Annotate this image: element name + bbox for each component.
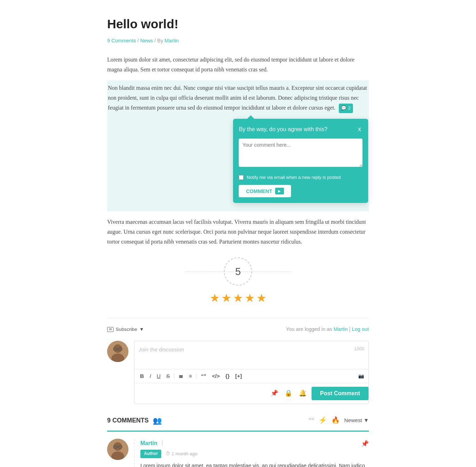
rating-stars: ★ ★ ★ ★ ★ — [210, 289, 267, 307]
post-title: Hello world! — [107, 14, 369, 34]
popup-comment-textarea[interactable] — [239, 139, 362, 167]
comments-count-area: 9 COMMENTS 👥 — [107, 415, 162, 426]
star-2[interactable]: ★ — [221, 289, 232, 307]
sort-dropdown[interactable]: Newest ▼ — [344, 416, 369, 425]
mute-button[interactable]: 🔔̸ — [297, 388, 308, 398]
comment-editor-box: Join the discussion 1000 B I U S ≣ ≡ “” … — [134, 341, 369, 404]
post-body: Lorem ipsum dolor sit amet, consectetur … — [107, 55, 369, 247]
comment-meta-row: Author ⏱ 1 month ago — [140, 450, 369, 458]
flame-sort-icon[interactable]: 🔥 — [331, 415, 340, 426]
subscribe-bar: ✉ Subscribe ▼ You are logged in as Marti… — [107, 325, 369, 333]
popup-comment-btn-label: COMMENT — [246, 188, 272, 194]
extra-button[interactable]: [+] — [234, 372, 243, 380]
rss-icon[interactable]: ⏐ — [161, 439, 163, 447]
rating-circle: 5 — [224, 257, 252, 286]
comment-text: Lorem ipsum dolor sit amet, ea tantas mo… — [140, 462, 369, 467]
underline-button[interactable]: U — [155, 372, 162, 380]
popup-notify-label: Notify me via email when a new reply is … — [246, 174, 341, 181]
star-4[interactable]: ★ — [245, 289, 255, 307]
strikethrough-button[interactable]: S — [165, 372, 171, 380]
comment-author-name: Martin — [140, 439, 157, 448]
lock-button[interactable]: 🔒 — [283, 388, 294, 398]
comment-time-text: 1 month ago — [172, 450, 197, 457]
blockquote-button[interactable]: “” — [199, 372, 208, 380]
post-meta: 9 Comments / News / By Martin — [107, 37, 369, 45]
popup-question: By the way, do you agree with this? — [239, 124, 327, 134]
logged-in-text: You are logged in as Martin | Log out — [286, 325, 369, 333]
bold-button[interactable]: B — [139, 372, 145, 380]
popup-comment-btn-arrow: ► — [275, 188, 284, 194]
comment-form-area: ✉ Subscribe ▼ You are logged in as Marti… — [107, 318, 369, 404]
logged-in-sep: | — [349, 326, 352, 332]
rating-score: 5 — [235, 263, 241, 280]
comments-count-label: 9 COMMENTS — [107, 415, 149, 425]
avatar-image — [107, 341, 128, 362]
star-3[interactable]: ★ — [233, 289, 243, 307]
highlighted-paragraph: Non blandit massa enim nec dui. Nunc con… — [107, 80, 369, 211]
editor-placeholder: Join the discussion — [139, 345, 184, 354]
popup-header: By the way, do you agree with this? x — [239, 124, 362, 134]
popup-comment-button[interactable]: COMMENT ► — [239, 185, 291, 197]
comments-sort-area: ““ ⚡ 🔥 Newest ▼ — [308, 415, 369, 426]
quote-sort-icon[interactable]: ““ — [308, 415, 314, 426]
paragraph-1: Lorem ipsum dolor sit amet, consectetur … — [107, 55, 369, 75]
comments-link[interactable]: 9 Comments — [107, 38, 136, 43]
comment-time: ⏱ 1 month ago — [166, 450, 197, 457]
post-comment-button[interactable]: Post Comment — [312, 387, 368, 400]
community-icon: 👥 — [153, 415, 162, 426]
toolbar-separator-1 — [174, 373, 174, 379]
chat-icon: 💬 — [341, 104, 347, 112]
commenter-avatar-svg — [107, 439, 128, 460]
sort-label: Newest — [344, 416, 362, 425]
code-button[interactable]: </> — [210, 372, 221, 380]
popup-notify-checkbox[interactable] — [239, 175, 244, 180]
logout-link[interactable]: Log out — [352, 326, 369, 332]
subscribe-label: Subscribe — [116, 327, 137, 332]
pin-button[interactable]: 📌 — [269, 388, 280, 398]
meta-sep2: / By — [153, 38, 165, 43]
editor-content-area[interactable]: Join the discussion 1000 — [134, 341, 368, 369]
paragraph-3: Viverra maecenas accumsan lacus vel faci… — [107, 217, 369, 247]
sort-dropdown-arrow: ▼ — [364, 416, 369, 425]
bubble-count: 2 — [348, 104, 350, 112]
clock-icon: ⏱ — [166, 450, 170, 457]
svg-point-7 — [114, 442, 122, 451]
star-5[interactable]: ★ — [256, 289, 267, 307]
rating-section: 5 ★ ★ ★ ★ ★ — [107, 257, 369, 307]
author-link[interactable]: Martin — [164, 38, 179, 43]
comments-section: 9 COMMENTS 👥 ““ ⚡ 🔥 Newest ▼ — [107, 415, 369, 467]
user-avatar — [107, 341, 128, 362]
popup-notify-row: Notify me via email when a new reply is … — [239, 174, 362, 181]
lightning-sort-icon[interactable]: ⚡ — [319, 415, 327, 426]
highlighted-text-content: Non blandit massa enim nec dui. Nunc con… — [108, 85, 367, 111]
toolbar-separator-2 — [196, 373, 197, 379]
comment-body: Martin ⏐ Author ⏱ 1 month ago Lorem ipsu… — [134, 439, 369, 467]
star-1[interactable]: ★ — [210, 289, 220, 307]
avatar-svg — [107, 341, 128, 362]
meta-sep1: / — [136, 38, 140, 43]
mail-icon: ✉ — [107, 327, 114, 332]
comment-item: Martin ⏐ Author ⏱ 1 month ago Lorem ipsu… — [107, 439, 369, 467]
svg-point-1 — [114, 344, 122, 353]
subscribe-button[interactable]: ✉ Subscribe ▼ — [107, 327, 144, 332]
category-link[interactable]: News — [140, 38, 153, 43]
italic-button[interactable]: I — [148, 372, 152, 380]
ordered-list-button[interactable]: ≣ — [177, 372, 185, 380]
json-button[interactable]: {} — [224, 372, 231, 380]
logged-in-user-link[interactable]: Martin — [333, 326, 348, 332]
comments-header: 9 COMMENTS 👥 ““ ⚡ 🔥 Newest ▼ — [107, 415, 369, 432]
comment-author-row: Martin ⏐ — [140, 439, 369, 448]
popup-close-button[interactable]: x — [356, 125, 362, 133]
comment-editor-wrapper: Join the discussion 1000 B I U S ≣ ≡ “” … — [107, 341, 369, 404]
pin-icon: 📌 — [361, 439, 369, 449]
logged-in-prefix: You are logged in as — [286, 326, 332, 332]
inline-comment-popup: By the way, do you agree with this? x No… — [233, 119, 368, 203]
subscribe-dropdown-icon: ▼ — [139, 327, 144, 332]
image-button[interactable]: 📷 — [358, 373, 364, 379]
comment-bubble-indicator[interactable]: 💬 2 — [339, 104, 353, 113]
author-badge: Author — [140, 450, 161, 458]
image-icon: 📷 — [358, 373, 364, 379]
comment-avatar — [107, 439, 128, 460]
editor-char-count: 1000 — [354, 345, 364, 353]
unordered-list-button[interactable]: ≡ — [187, 372, 193, 380]
